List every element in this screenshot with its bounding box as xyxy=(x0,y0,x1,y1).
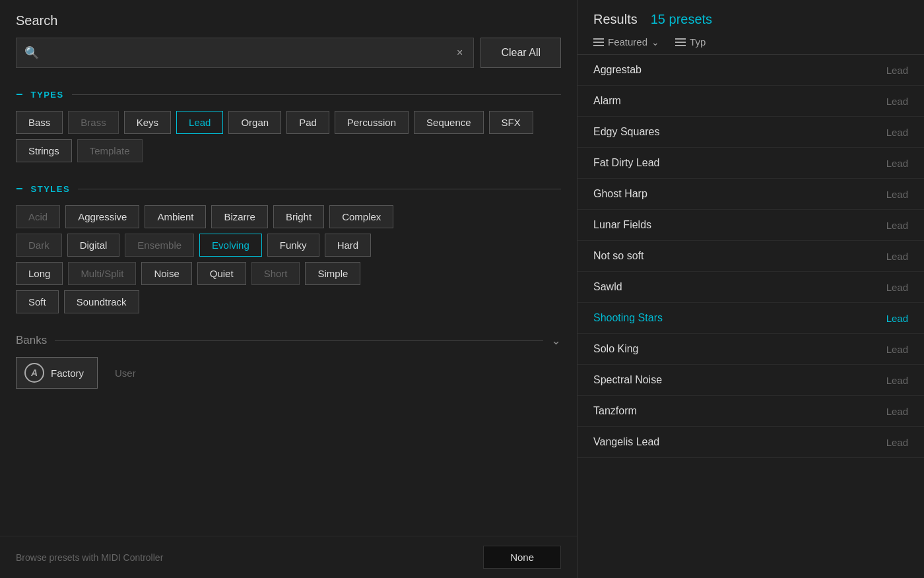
preset-item[interactable]: Lunar FieldsLead xyxy=(578,210,924,241)
type-tag-lead[interactable]: Lead xyxy=(176,111,223,134)
bank-buttons-row: A Factory User xyxy=(16,357,561,389)
preset-name: Lunar Fields xyxy=(593,219,651,231)
user-bank-button[interactable]: User xyxy=(103,362,148,384)
preset-type: Lead xyxy=(886,158,908,169)
banks-header: Banks ⌄ xyxy=(16,333,561,348)
style-tag-hard[interactable]: Hard xyxy=(325,234,372,257)
preset-item[interactable]: AggrestabLead xyxy=(578,55,924,86)
midi-value-button[interactable]: None xyxy=(483,546,561,569)
preset-type: Lead xyxy=(886,375,908,386)
preset-item[interactable]: Solo KingLead xyxy=(578,334,924,365)
styles-line xyxy=(78,189,561,189)
preset-item[interactable]: Fat Dirty LeadLead xyxy=(578,148,924,179)
preset-type: Lead xyxy=(886,96,908,107)
preset-item[interactable]: Vangelis LeadLead xyxy=(578,427,924,458)
type-tag-percussion[interactable]: Percussion xyxy=(335,111,409,134)
style-tag-acid[interactable]: Acid xyxy=(16,205,60,228)
preset-type: Lead xyxy=(886,65,908,76)
preset-type: Lead xyxy=(886,406,908,417)
types-line xyxy=(72,94,561,95)
results-header: Results 15 presets xyxy=(578,0,924,36)
preset-type: Lead xyxy=(886,313,908,324)
type-tag-organ[interactable]: Organ xyxy=(228,111,281,134)
preset-name: Ghost Harp xyxy=(593,188,647,200)
sort-type[interactable]: Typ xyxy=(675,36,706,48)
style-tag-aggressive[interactable]: Aggressive xyxy=(65,205,139,228)
style-tag-complex[interactable]: Complex xyxy=(329,205,393,228)
style-tag-quiet[interactable]: Quiet xyxy=(197,262,246,285)
search-title: Search xyxy=(16,13,561,28)
sort-featured[interactable]: Featured ⌄ xyxy=(593,36,659,48)
preset-name: Edgy Squares xyxy=(593,126,660,138)
preset-item[interactable]: SawldLead xyxy=(578,272,924,303)
clear-x-button[interactable]: × xyxy=(454,47,465,59)
results-label: Results xyxy=(593,12,638,27)
preset-name: Not so soft xyxy=(593,250,644,262)
styles-section: − STYLES AcidAggressiveAmbientBizarreBri… xyxy=(0,173,577,324)
styles-label: STYLES xyxy=(31,184,71,194)
preset-item[interactable]: Ghost HarpLead xyxy=(578,179,924,210)
type-tag-pad[interactable]: Pad xyxy=(286,111,329,134)
type-tag-sequence[interactable]: Sequence xyxy=(414,111,484,134)
preset-name: Sawld xyxy=(593,281,622,293)
preset-item[interactable]: TanzformLead xyxy=(578,396,924,427)
style-tag-dark[interactable]: Dark xyxy=(16,234,62,257)
search-bar-row: 🔍 × Clear All xyxy=(16,38,561,68)
styles-tags-sub-row: LongMulti/SplitNoiseQuietShortSimple xyxy=(16,262,561,285)
style-tag-digital[interactable]: Digital xyxy=(67,234,120,257)
type-tag-strings[interactable]: Strings xyxy=(16,139,72,162)
left-panel: Search 🔍 × Clear All − TYPES BassBrassKe… xyxy=(0,0,578,578)
style-tag-ensemble[interactable]: Ensemble xyxy=(125,234,194,257)
preset-type: Lead xyxy=(886,127,908,138)
type-hamburger-icon xyxy=(675,38,686,46)
type-tag-keys[interactable]: Keys xyxy=(124,111,171,134)
type-tag-bass[interactable]: Bass xyxy=(16,111,63,134)
search-input-wrapper: 🔍 × xyxy=(16,38,474,68)
midi-label: Browse presets with MIDI Controller xyxy=(16,552,163,563)
type-tag-template[interactable]: Template xyxy=(77,139,143,162)
styles-section-header: − STYLES xyxy=(16,182,561,196)
type-tag-sfx[interactable]: SFX xyxy=(489,111,533,134)
search-input[interactable] xyxy=(44,47,449,59)
styles-toggle[interactable]: − xyxy=(16,182,23,196)
preset-item[interactable]: Edgy SquaresLead xyxy=(578,117,924,148)
preset-item[interactable]: Shooting StarsLead xyxy=(578,303,924,334)
midi-footer: Browse presets with MIDI Controller None xyxy=(0,536,577,578)
banks-label: Banks xyxy=(16,334,47,347)
style-tag-soft[interactable]: Soft xyxy=(16,290,59,313)
preset-item[interactable]: Spectral NoiseLead xyxy=(578,365,924,396)
type-tag-brass[interactable]: Brass xyxy=(68,111,118,134)
style-tag-soundtrack[interactable]: Soundtrack xyxy=(64,290,139,313)
preset-type: Lead xyxy=(886,344,908,355)
preset-item[interactable]: Not so softLead xyxy=(578,241,924,272)
results-count: 15 presets xyxy=(651,12,712,27)
style-tag-bizarre[interactable]: Bizarre xyxy=(211,205,268,228)
banks-section: Banks ⌄ A Factory User xyxy=(0,324,577,394)
types-tags-row: BassBrassKeysLeadOrganPadPercussionSeque… xyxy=(16,111,561,162)
banks-line xyxy=(55,340,543,341)
factory-bank-button[interactable]: A Factory xyxy=(16,357,98,389)
preset-name: Vangelis Lead xyxy=(593,436,659,448)
style-tag-funky[interactable]: Funky xyxy=(267,234,319,257)
style-tag-short[interactable]: Short xyxy=(251,262,300,285)
style-tag-simple[interactable]: Simple xyxy=(305,262,360,285)
clear-all-button[interactable]: Clear All xyxy=(480,38,561,68)
preset-name: Spectral Noise xyxy=(593,374,662,386)
style-tag-bright[interactable]: Bright xyxy=(273,205,324,228)
preset-name: Tanzform xyxy=(593,405,637,417)
style-tag-ambient[interactable]: Ambient xyxy=(145,205,206,228)
preset-name: Aggrestab xyxy=(593,64,642,76)
preset-item[interactable]: AlarmLead xyxy=(578,86,924,117)
right-panel: Results 15 presets Featured ⌄ Typ Aggres… xyxy=(578,0,924,578)
style-tag-long[interactable]: Long xyxy=(16,262,63,285)
styles-tags-sub-row: DarkDigitalEnsembleEvolvingFunkyHard xyxy=(16,234,561,257)
types-toggle[interactable]: − xyxy=(16,88,23,102)
style-tag-noise[interactable]: Noise xyxy=(141,262,191,285)
preset-type: Lead xyxy=(886,189,908,200)
preset-list: AggrestabLeadAlarmLeadEdgy SquaresLeadFa… xyxy=(578,55,924,578)
types-label: TYPES xyxy=(31,90,64,100)
banks-chevron-button[interactable]: ⌄ xyxy=(551,333,561,348)
sort-chevron-icon: ⌄ xyxy=(651,37,659,48)
style-tag-multi-split[interactable]: Multi/Split xyxy=(68,262,136,285)
style-tag-evolving[interactable]: Evolving xyxy=(199,234,262,257)
